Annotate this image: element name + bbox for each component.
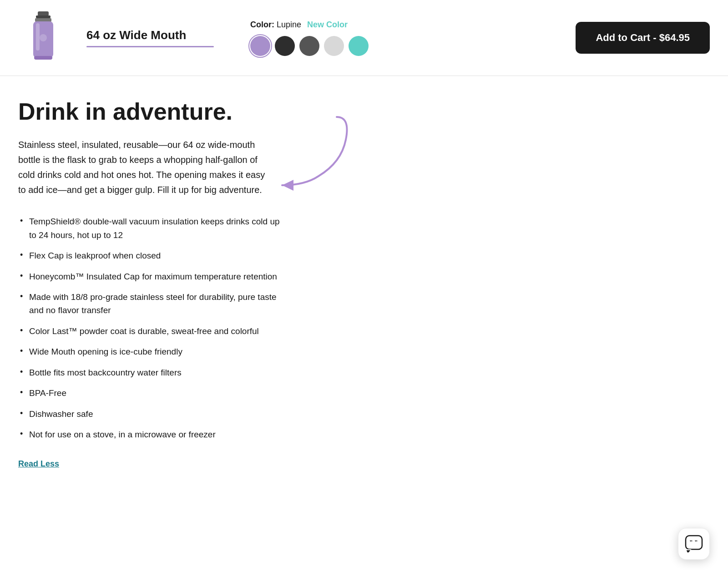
swatch-birch[interactable] xyxy=(324,36,344,56)
feature-item: Honeycomb™ Insulated Cap for maximum tem… xyxy=(18,270,282,283)
swatch-lupine[interactable] xyxy=(250,36,270,56)
swatch-black[interactable] xyxy=(275,36,295,56)
svg-rect-6 xyxy=(34,56,52,60)
title-underline xyxy=(86,46,214,47)
color-swatches xyxy=(250,36,369,56)
color-label: Color: Lupine New Color xyxy=(250,20,369,30)
feature-item: Color Last™ powder coat is durable, swea… xyxy=(18,324,282,338)
svg-rect-2 xyxy=(35,18,51,22)
feature-item: Made with 18/8 pro-grade stainless steel… xyxy=(18,290,282,317)
color-section: Color: Lupine New Color xyxy=(250,20,369,56)
product-description: Stainless steel, insulated, reusable—our… xyxy=(18,137,273,198)
feature-item: BPA-Free xyxy=(18,386,282,400)
svg-point-5 xyxy=(40,34,47,41)
new-color-badge: New Color xyxy=(307,20,348,29)
top-bar: 64 oz Wide Mouth Color: Lupine New Color… xyxy=(0,0,728,76)
svg-rect-4 xyxy=(36,23,40,51)
add-to-cart-button[interactable]: Add to Cart - $64.95 xyxy=(576,22,710,54)
feature-item: Flex Cap is leakproof when closed xyxy=(18,249,282,262)
features-list: TempShield® double-wall vacuum insulatio… xyxy=(18,215,391,441)
product-title-block: 64 oz Wide Mouth xyxy=(86,28,214,47)
svg-rect-8 xyxy=(686,536,702,549)
svg-marker-7 xyxy=(282,180,293,191)
swatch-laguna[interactable] xyxy=(349,36,369,56)
feature-item: Not for use on a stove, in a microwave o… xyxy=(18,428,282,441)
feature-item: Dishwasher safe xyxy=(18,407,282,421)
feature-item: TempShield® double-wall vacuum insulatio… xyxy=(18,215,282,242)
read-less-link[interactable]: Read Less xyxy=(18,459,59,469)
svg-text:": " xyxy=(689,539,693,546)
feature-item: Wide Mouth opening is ice-cube friendly xyxy=(18,345,282,358)
color-name: Lupine xyxy=(277,20,301,29)
product-title: 64 oz Wide Mouth xyxy=(86,28,214,42)
product-thumbnail xyxy=(18,8,68,67)
section-title: Drink in adventure. xyxy=(18,99,391,125)
feature-item: Bottle fits most backcountry water filte… xyxy=(18,366,282,379)
swatch-slate[interactable] xyxy=(299,36,319,56)
svg-rect-0 xyxy=(38,11,49,16)
chat-widget[interactable]: " " xyxy=(678,528,710,560)
main-content: Drink in adventure. Stainless steel, ins… xyxy=(0,76,410,496)
svg-rect-1 xyxy=(36,15,51,18)
svg-text:": " xyxy=(694,539,698,546)
